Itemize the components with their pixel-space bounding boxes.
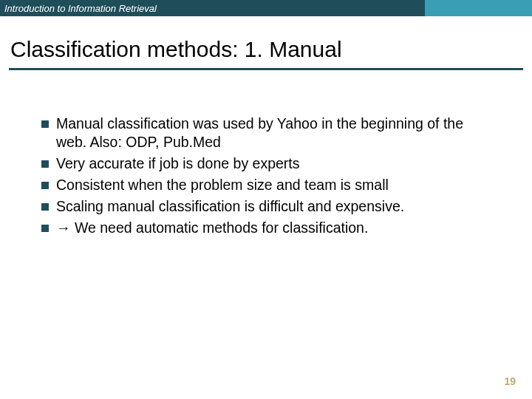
title-area: Classification methods: 1. Manual (0, 16, 532, 66)
bullet-icon (41, 225, 49, 232)
header-bar: Introduction to Information Retrieval (0, 0, 532, 16)
bullet-icon (41, 203, 49, 211)
header-dark-segment: Introduction to Information Retrieval (0, 0, 425, 16)
bullet-text: → We need automatic methods for classifi… (56, 219, 368, 237)
list-item: Very accurate if job is done by experts (41, 154, 491, 173)
bullet-icon (41, 160, 49, 168)
bullet-text: Manual classification was used by Yahoo … (56, 115, 491, 151)
page-number: 19 (504, 375, 516, 387)
bullet-text: Very accurate if job is done by experts (56, 154, 300, 173)
list-item: Consistent when the problem size and tea… (41, 176, 491, 194)
content-area: Manual classification was used by Yahoo … (0, 70, 532, 237)
list-item: Scaling manual classification is difficu… (41, 197, 491, 216)
bullet-text: Consistent when the problem size and tea… (56, 176, 389, 194)
course-title: Introduction to Information Retrieval (4, 3, 157, 14)
list-item: → We need automatic methods for classifi… (41, 219, 491, 237)
list-item: Manual classification was used by Yahoo … (41, 115, 491, 151)
slide-title: Classification methods: 1. Manual (10, 37, 522, 62)
header-light-segment (425, 0, 532, 16)
bullet-icon (41, 182, 49, 189)
bullet-list: Manual classification was used by Yahoo … (41, 115, 491, 237)
bullet-text: Scaling manual classification is difficu… (56, 197, 404, 216)
bullet-icon (41, 120, 49, 128)
